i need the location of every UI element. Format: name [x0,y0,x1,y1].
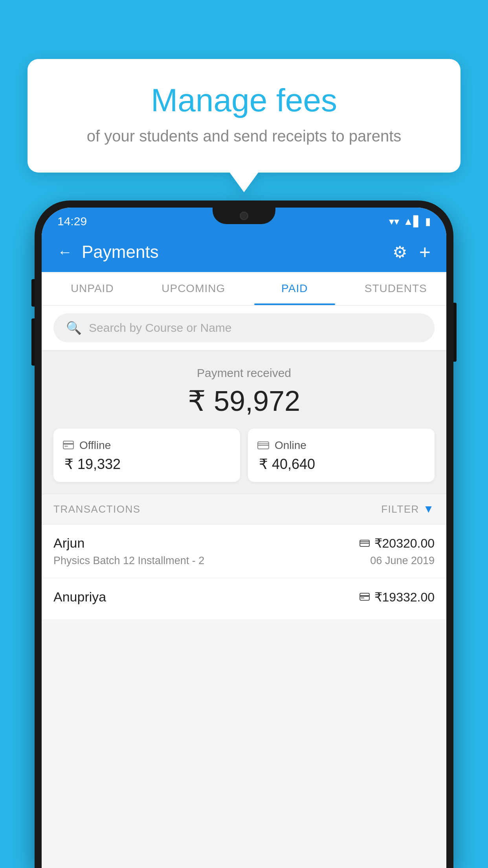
payment-received-label: Payment received [53,366,435,380]
back-button[interactable]: ← [57,244,72,261]
online-payment-icon [360,537,370,550]
transaction-row[interactable]: Anupriya ₹19332.00 [42,578,446,620]
speech-bubble: Manage fees of your students and send re… [28,59,460,173]
signal-icon: ▲▋ [403,215,421,228]
online-payment-card: Online ₹ 40,640 [248,428,435,482]
tab-paid[interactable]: PAID [244,272,345,305]
settings-icon[interactable]: ⚙ [393,243,407,262]
transaction-date-1: 06 June 2019 [370,555,435,567]
student-name-1: Arjun [53,535,84,551]
offline-payment-card: Offline ₹ 19,332 [53,428,240,482]
transaction-amount-2: ₹19332.00 [374,590,435,605]
wifi-icon: ▾▾ [389,215,399,228]
camera [240,211,248,220]
payment-total-amount: ₹ 59,972 [53,384,435,417]
phone-frame: 14:29 ▾▾ ▲▋ ▮ ← Payments ⚙ + UNPAID UPCO… [35,200,453,868]
search-bar[interactable]: 🔍 Search by Course or Name [53,313,435,342]
phone-screen: 14:29 ▾▾ ▲▋ ▮ ← Payments ⚙ + UNPAID UPCO… [42,208,446,868]
header-left: ← Payments [57,242,159,262]
status-icons: ▾▾ ▲▋ ▮ [389,215,431,228]
header-right: ⚙ + [393,241,431,263]
page-title: Payments [82,242,159,262]
transaction-bottom-1: Physics Batch 12 Installment - 2 06 June… [53,555,435,567]
transaction-top-1: Arjun ₹20320.00 [53,535,435,551]
offline-card-top: Offline [63,439,111,452]
tab-unpaid[interactable]: UNPAID [42,272,143,305]
side-btn-right [453,303,457,362]
transaction-right-2: ₹19332.00 [360,590,435,605]
transaction-amount-1: ₹20320.00 [374,536,435,551]
online-amount: ₹ 40,640 [257,456,315,473]
student-name-2: Anupriya [53,589,106,605]
offline-payment-icon [360,591,370,603]
search-container: 🔍 Search by Course or Name [42,305,446,351]
svg-rect-0 [63,441,73,449]
filter-button[interactable]: FILTER ▼ [381,503,435,515]
online-icon [257,439,269,452]
battery-icon: ▮ [425,215,431,228]
payment-summary: Payment received ₹ 59,972 Offline [42,351,446,494]
payment-cards: Offline ₹ 19,332 Onli [53,428,435,482]
transaction-top-2: Anupriya ₹19332.00 [53,589,435,605]
offline-icon [63,439,74,452]
bubble-title: Manage fees [59,83,429,118]
status-time: 14:29 [57,215,87,228]
search-input[interactable]: Search by Course or Name [89,321,232,335]
transaction-row[interactable]: Arjun ₹20320.00 Physics Batch 12 Install… [42,524,446,578]
svg-rect-1 [63,443,73,445]
bubble-subtitle: of your students and send receipts to pa… [59,127,429,145]
offline-label: Offline [79,439,111,452]
tab-students[interactable]: STUDENTS [345,272,447,305]
online-label: Online [275,439,306,452]
tabs-bar: UNPAID UPCOMING PAID STUDENTS [42,272,446,305]
transaction-right-1: ₹20320.00 [360,536,435,551]
offline-amount: ₹ 19,332 [63,456,121,473]
svg-rect-10 [360,595,369,597]
batch-info-1: Physics Batch 12 Installment - 2 [53,555,204,567]
filter-icon: ▼ [423,503,435,515]
side-btn-left [31,279,35,307]
transactions-label: TRANSACTIONS [53,503,141,515]
filter-label: FILTER [381,503,419,515]
search-icon: 🔍 [66,320,82,335]
app-header: ← Payments ⚙ + [42,232,446,272]
online-card-top: Online [257,439,306,452]
phone-notch [213,208,275,224]
transactions-header: TRANSACTIONS FILTER ▼ [42,494,446,524]
tab-upcoming[interactable]: UPCOMING [143,272,244,305]
add-icon[interactable]: + [419,241,431,263]
side-btn-left2 [31,318,35,366]
